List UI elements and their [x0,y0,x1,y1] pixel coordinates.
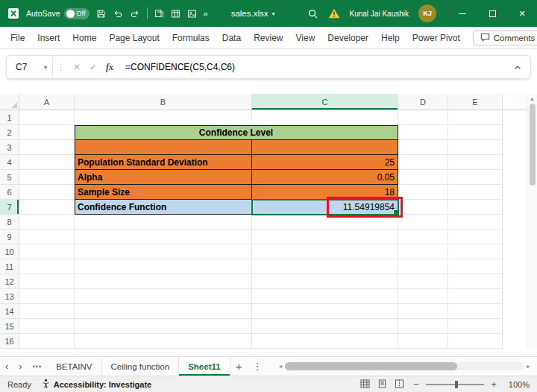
cell-D9[interactable] [398,230,448,244]
table-icon[interactable] [171,9,180,19]
zoom-out-button[interactable]: − [412,379,421,390]
autosave-control[interactable]: AutoSave Off [26,8,90,19]
sheet-tab-ceiling-function[interactable]: Ceiling function [102,357,180,376]
cell-A8[interactable] [19,215,75,230]
vertical-scrollbar[interactable]: ▲ [527,94,537,349]
cell-B14[interactable] [75,304,252,319]
cell-E16[interactable] [448,334,503,349]
cell-D14[interactable] [398,304,448,319]
cell-E6[interactable] [448,185,503,200]
cell-E13[interactable] [448,289,503,304]
cell-A4[interactable] [19,155,75,170]
cell-B16[interactable] [75,334,252,349]
row-header-10[interactable]: 10 [0,244,19,259]
cell-E12[interactable] [448,274,503,289]
cell-B5[interactable]: Alpha [75,170,252,185]
zoom-slider-knob[interactable] [455,381,458,388]
select-all-corner[interactable] [0,94,19,110]
cell-E7[interactable] [448,200,503,215]
cell-A3[interactable] [19,140,75,155]
cell-C14[interactable] [252,304,398,319]
cell-E11[interactable] [448,259,503,274]
cell-D2[interactable] [398,125,448,140]
vertical-scrollbar-thumb[interactable] [530,104,536,186]
cell-E5[interactable] [448,170,503,185]
cell-C9[interactable] [252,230,398,244]
search-icon[interactable] [307,8,318,19]
cell-E8[interactable] [448,215,503,230]
cell-B6[interactable]: Sample Size [75,185,252,200]
page-layout-view-icon[interactable] [377,379,387,390]
cell-D3[interactable] [398,140,448,155]
cell-D5[interactable] [398,170,448,185]
cell-A2[interactable] [19,125,75,140]
cell-C1[interactable] [252,110,398,125]
sheet-list-icon[interactable]: ••• [28,357,47,376]
cell-C10[interactable] [252,244,398,259]
cell-A16[interactable] [19,334,75,349]
row-header-15[interactable]: 15 [0,319,19,334]
ribbon-tab-power-pivot[interactable]: Power Pivot [412,33,460,43]
scroll-left-icon[interactable]: ◄ [277,364,283,369]
cell-A14[interactable] [19,304,75,319]
row-header-7[interactable]: 7 [0,200,19,215]
cell-C16[interactable] [252,334,398,349]
enter-icon[interactable]: ✓ [85,62,101,72]
row-header-1[interactable]: 1 [0,110,19,125]
ribbon-tab-home[interactable]: Home [72,33,96,43]
undo-icon[interactable] [113,9,123,19]
cell-B4[interactable]: Population Standard Deviation [75,155,252,170]
maximize-button[interactable] [477,0,507,27]
ribbon-tab-insert[interactable]: Insert [37,33,60,43]
cell-B1[interactable] [75,110,252,125]
cell-A7[interactable] [19,200,75,215]
minimize-button[interactable] [448,0,477,27]
save-icon[interactable] [96,9,106,19]
cell-E2[interactable] [448,125,503,140]
image-icon[interactable] [187,9,197,19]
cell-B8[interactable] [75,215,252,230]
cell-A1[interactable] [19,110,75,125]
cell-C3[interactable] [252,140,398,155]
sheet-tab-betainv[interactable]: BETAINV [47,357,101,376]
cell-A13[interactable] [19,289,75,304]
cell-D11[interactable] [398,259,448,274]
cell-B2[interactable]: Confidence Level [75,125,398,140]
cell-C15[interactable] [252,319,398,334]
avatar[interactable]: KJ [418,4,436,22]
cell-B7[interactable]: Confidence Function [75,200,252,215]
zoom-slider[interactable] [426,384,484,385]
ribbon-tab-data[interactable]: Data [222,33,241,43]
row-header-9[interactable]: 9 [0,230,19,244]
close-button[interactable]: ✕ [507,0,537,27]
cell-A6[interactable] [19,185,75,200]
row-header-13[interactable]: 13 [0,289,19,304]
sheet-nav-right-icon[interactable]: › [13,357,27,376]
column-header-A[interactable]: A [19,94,75,110]
row-header-14[interactable]: 14 [0,304,19,319]
collapse-formula-bar-icon[interactable] [505,60,530,74]
zoom-in-button[interactable]: + [489,379,498,390]
scroll-right-icon[interactable]: ► [526,364,531,369]
copy-icon[interactable] [154,9,164,19]
ribbon-tab-page-layout[interactable]: Page Layout [109,33,159,43]
cell-D8[interactable] [398,215,448,230]
zoom-level[interactable]: 100% [506,380,530,389]
row-header-3[interactable]: 3 [0,140,19,155]
normal-view-icon[interactable] [360,379,370,390]
cell-D10[interactable] [398,244,448,259]
more-commands-icon[interactable]: » [204,9,208,18]
cell-A15[interactable] [19,319,75,334]
ribbon-tab-help[interactable]: Help [381,33,400,43]
ribbon-tab-file[interactable]: File [10,33,25,43]
column-header-E[interactable]: E [448,94,503,110]
column-header-D[interactable]: D [398,94,448,110]
cell-E9[interactable] [448,230,503,244]
sheet-more-icon[interactable]: ⋮ [247,357,267,376]
row-header-4[interactable]: 4 [0,155,19,170]
cell-D7[interactable] [398,200,448,215]
row-header-6[interactable]: 6 [0,185,19,200]
cell-E14[interactable] [448,304,503,319]
cell-C7[interactable]: 11.54919854 [252,200,398,215]
cell-B13[interactable] [75,289,252,304]
